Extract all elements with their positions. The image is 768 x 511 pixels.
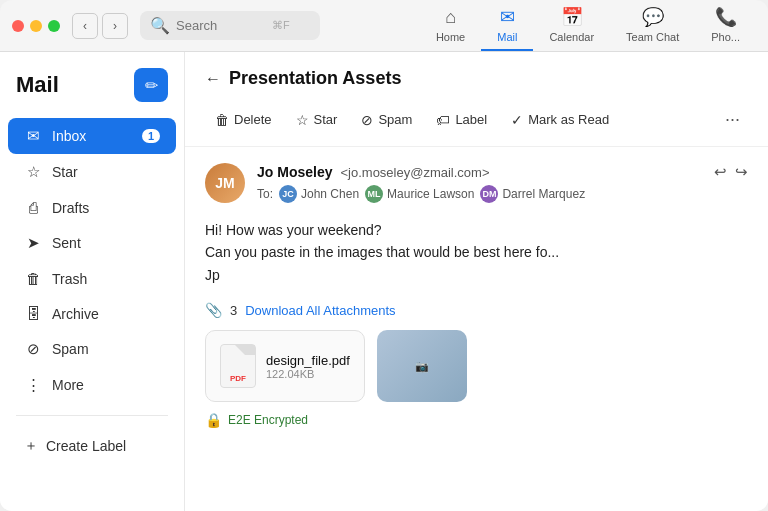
more-icon: ⋮	[24, 376, 42, 394]
attachments-list: PDF design_file.pdf 122.04KB 📷	[205, 330, 748, 402]
sidebar-item-trash[interactable]: 🗑 Trash	[8, 261, 176, 296]
sidebar-item-spam-label: Spam	[52, 341, 89, 357]
tab-calendar-label: Calendar	[549, 31, 594, 43]
action-toolbar: 🗑 Delete ☆ Star ⊘ Spam 🏷 Label ✓ Mark as…	[185, 97, 768, 147]
sidebar-item-star-label: Star	[52, 164, 78, 180]
create-label-text: Create Label	[46, 438, 126, 454]
body-line-2: Can you paste in the images that would b…	[205, 241, 748, 263]
image-preview: 📷	[415, 360, 429, 373]
body-line-1: Hi! How was your weekend?	[205, 219, 748, 241]
recipient-avatar-jc: JC	[279, 185, 297, 203]
tab-mail[interactable]: ✉ Mail	[481, 0, 533, 51]
star-label: Star	[314, 112, 338, 127]
star-button[interactable]: ☆ Star	[286, 106, 348, 134]
label-icon: 🏷	[436, 112, 450, 128]
tab-mail-label: Mail	[497, 31, 517, 43]
inbox-icon: ✉	[24, 127, 42, 145]
titlebar: ‹ › 🔍 ⌘F ⌂ Home ✉ Mail 📅 Calendar 💬 Team…	[0, 0, 768, 52]
tab-team-chat[interactable]: 💬 Team Chat	[610, 0, 695, 51]
spam-icon: ⊘	[24, 340, 42, 358]
sent-icon: ➤	[24, 234, 42, 252]
maximize-button[interactable]	[48, 20, 60, 32]
close-button[interactable]	[12, 20, 24, 32]
sidebar-item-more-label: More	[52, 377, 84, 393]
search-shortcut: ⌘F	[272, 19, 290, 32]
tab-home[interactable]: ⌂ Home	[420, 1, 481, 51]
sidebar-item-inbox[interactable]: ✉ Inbox 1	[8, 118, 176, 154]
email-meta: JM Jo Moseley <jo.moseley@zmail.com> ↩ ↪…	[205, 163, 748, 203]
tab-home-label: Home	[436, 31, 465, 43]
archive-icon: 🗄	[24, 305, 42, 322]
reply-button[interactable]: ↩	[714, 163, 727, 181]
tab-team-chat-label: Team Chat	[626, 31, 679, 43]
attachment-info: design_file.pdf 122.04KB	[266, 353, 350, 380]
sidebar-nav: ✉ Inbox 1 ☆ Star ⎙ Drafts ➤ Sent 🗑	[0, 118, 184, 403]
attachment-image-thumb[interactable]: 📷	[377, 330, 467, 402]
email-subject: Presentation Assets	[229, 68, 401, 89]
delete-button[interactable]: 🗑 Delete	[205, 106, 282, 134]
recipient-name-ml: Maurice Lawson	[387, 187, 474, 201]
forward-button[interactable]: ↪	[735, 163, 748, 181]
sender-name: Jo Moseley	[257, 164, 332, 180]
back-button[interactable]: ←	[205, 70, 221, 88]
forward-nav-button[interactable]: ›	[102, 13, 128, 39]
minimize-button[interactable]	[30, 20, 42, 32]
back-nav-button[interactable]: ‹	[72, 13, 98, 39]
create-label-button[interactable]: ＋ Create Label	[8, 428, 176, 464]
sidebar: Mail ✏ ✉ Inbox 1 ☆ Star ⎙ Drafts	[0, 52, 185, 511]
trash-icon: 🗑	[24, 270, 42, 287]
attachment-pdf[interactable]: PDF design_file.pdf 122.04KB	[205, 330, 365, 402]
star-action-icon: ☆	[296, 112, 309, 128]
sidebar-item-archive[interactable]: 🗄 Archive	[8, 296, 176, 331]
sender-row: Jo Moseley <jo.moseley@zmail.com> ↩ ↪	[257, 163, 748, 181]
tab-calendar[interactable]: 📅 Calendar	[533, 0, 610, 51]
nav-arrows: ‹ ›	[72, 13, 128, 39]
label-button[interactable]: 🏷 Label	[426, 106, 497, 134]
compose-button[interactable]: ✏	[134, 68, 168, 102]
sidebar-header: Mail ✏	[0, 68, 184, 118]
sender-email: <jo.moseley@zmail.com>	[340, 165, 489, 180]
sidebar-divider	[16, 415, 168, 416]
recipient-name-dm: Darrel Marquez	[502, 187, 585, 201]
email-header: ← Presentation Assets	[185, 52, 768, 97]
mark-as-read-label: Mark as Read	[528, 112, 609, 127]
label-label: Label	[455, 112, 487, 127]
attachment-filesize: 122.04KB	[266, 368, 350, 380]
drafts-icon: ⎙	[24, 199, 42, 216]
email-body-area: JM Jo Moseley <jo.moseley@zmail.com> ↩ ↪…	[185, 147, 768, 511]
recipients-row: To: JC John Chen ML Maurice Lawson DM Da…	[257, 185, 748, 203]
clip-icon: 📎	[205, 302, 222, 318]
tab-phone[interactable]: 📞 Pho...	[695, 0, 756, 51]
tab-phone-label: Pho...	[711, 31, 740, 43]
sidebar-item-star[interactable]: ☆ Star	[8, 154, 176, 190]
encrypted-badge: 🔒 E2E Encrypted	[205, 412, 748, 428]
sidebar-item-sent[interactable]: ➤ Sent	[8, 225, 176, 261]
mark-as-read-button[interactable]: ✓ Mark as Read	[501, 106, 619, 134]
sidebar-item-drafts[interactable]: ⎙ Drafts	[8, 190, 176, 225]
sidebar-item-spam[interactable]: ⊘ Spam	[8, 331, 176, 367]
window-controls	[12, 20, 60, 32]
sidebar-item-archive-label: Archive	[52, 306, 99, 322]
sidebar-item-sent-label: Sent	[52, 235, 81, 251]
home-icon: ⌂	[445, 7, 456, 28]
attachments-row: 📎 3 Download All Attachments	[205, 302, 748, 318]
sidebar-item-more[interactable]: ⋮ More	[8, 367, 176, 403]
recipient-avatar-dm: DM	[480, 185, 498, 203]
calendar-icon: 📅	[561, 6, 583, 28]
attachment-count: 3	[230, 303, 237, 318]
mail-icon: ✉	[500, 6, 515, 28]
pdf-icon: PDF	[220, 344, 256, 388]
top-nav: ⌂ Home ✉ Mail 📅 Calendar 💬 Team Chat 📞 P…	[420, 0, 756, 51]
search-input[interactable]	[176, 18, 266, 33]
create-label-icon: ＋	[24, 437, 38, 455]
spam-button[interactable]: ⊘ Spam	[351, 106, 422, 134]
recipient-name-jc: John Chen	[301, 187, 359, 201]
delete-label: Delete	[234, 112, 272, 127]
delete-icon: 🗑	[215, 112, 229, 128]
sidebar-item-drafts-label: Drafts	[52, 200, 89, 216]
download-all-link[interactable]: Download All Attachments	[245, 303, 395, 318]
phone-icon: 📞	[715, 6, 737, 28]
body-line-3: Jp	[205, 264, 748, 286]
search-bar-container: 🔍 ⌘F	[140, 11, 320, 40]
more-actions-button[interactable]: ···	[717, 103, 748, 136]
